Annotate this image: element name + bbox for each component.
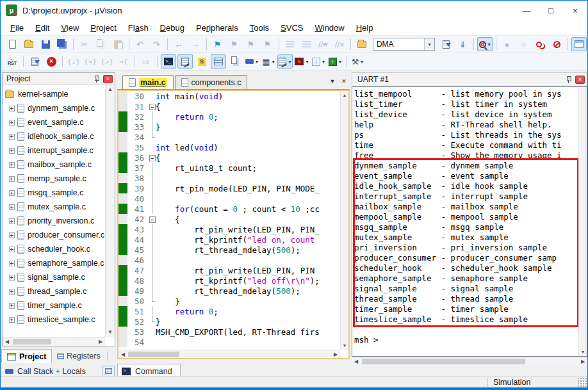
scroll-left-icon[interactable]: ◀ bbox=[352, 357, 361, 366]
fold-collapse-icon[interactable] bbox=[148, 101, 156, 111]
tree-item-scheduler-hook-c[interactable]: scheduler_hook.c bbox=[3, 242, 105, 256]
insert-bookmark-button[interactable]: ⚑ bbox=[210, 37, 225, 51]
chevron-down-icon[interactable]: ▾ bbox=[339, 59, 341, 65]
download-button[interactable]: ⇓ bbox=[455, 37, 470, 51]
pin-icon[interactable] bbox=[94, 75, 100, 83]
resize-grip[interactable] bbox=[578, 377, 587, 387]
fold-collapse-icon[interactable] bbox=[148, 214, 156, 224]
menu-project[interactable]: Project bbox=[85, 21, 122, 35]
trace-window-button[interactable]: ↓▾ bbox=[311, 54, 326, 69]
expand-plus-icon[interactable] bbox=[9, 289, 15, 295]
code-line-38[interactable]: 38 bbox=[118, 173, 340, 183]
expand-plus-icon[interactable] bbox=[9, 261, 15, 266]
find-in-files-button[interactable]: d▾ bbox=[477, 37, 493, 51]
kill-all-breakpoints-button[interactable] bbox=[549, 37, 564, 51]
menu-window[interactable]: Window bbox=[309, 21, 350, 35]
chevron-down-icon[interactable]: ▾ bbox=[361, 59, 363, 65]
tree-item-mutex-sample-c[interactable]: mutex_sample.c bbox=[3, 200, 105, 214]
tree-item-priority-inversion-c[interactable]: priority_inversion.c bbox=[3, 214, 105, 228]
next-bookmark-button[interactable]: ⚑ bbox=[243, 37, 259, 51]
new-file-button[interactable] bbox=[4, 37, 20, 51]
code-line-47[interactable]: 47 rt_pin_write(LED_PIN, PIN bbox=[118, 265, 340, 275]
analysis-window-button[interactable]: ≈▾ bbox=[294, 54, 309, 69]
tree-item-event-sample-c[interactable]: event_sample.c bbox=[3, 115, 105, 129]
undo-button[interactable]: ↶ bbox=[132, 37, 147, 51]
save-all-button[interactable] bbox=[54, 37, 70, 51]
code-line-33[interactable]: 33} bbox=[118, 122, 340, 132]
system-viewer-button[interactable]: ▾ bbox=[327, 54, 343, 69]
minimize-button[interactable]: — bbox=[514, 1, 539, 20]
clear-bookmarks-button[interactable]: ⚑ bbox=[260, 37, 275, 51]
expand-plus-icon[interactable] bbox=[9, 232, 15, 238]
show-next-statement-button[interactable]: ⇨ bbox=[138, 54, 154, 69]
redo-button[interactable]: ↷ bbox=[149, 37, 164, 51]
expand-plus-icon[interactable] bbox=[9, 190, 15, 196]
chevron-down-icon[interactable]: ▾ bbox=[272, 59, 275, 65]
chevron-down-icon[interactable]: ▾ bbox=[256, 59, 258, 65]
close-document-button[interactable]: ✕ bbox=[338, 73, 350, 89]
expand-plus-icon[interactable] bbox=[9, 218, 15, 224]
scroll-right-icon[interactable]: ▶ bbox=[96, 337, 105, 346]
menu-debug[interactable]: Debug bbox=[154, 21, 190, 35]
prev-bookmark-button[interactable]: ⚑ bbox=[227, 37, 242, 51]
menu-flash[interactable]: Flash bbox=[122, 21, 154, 35]
tree-item-mailbox-sample-c[interactable]: mailbox_sample.c bbox=[3, 158, 105, 172]
tree-item-thread-sample-c[interactable]: thread_sample.c bbox=[3, 284, 105, 298]
uncomment-button[interactable]: //× bbox=[332, 37, 347, 51]
expand-plus-icon[interactable] bbox=[9, 204, 15, 210]
scroll-down-icon[interactable]: ▼ bbox=[341, 341, 348, 350]
configure-target-button[interactable] bbox=[438, 37, 453, 51]
enable-disable-breakpoint-button[interactable]: ○ bbox=[516, 37, 531, 51]
expand-plus-icon[interactable] bbox=[9, 317, 15, 323]
tree-item-timeslice-sample-c[interactable]: timeslice_sample.c bbox=[3, 313, 105, 327]
outdent-button[interactable] bbox=[298, 37, 314, 51]
stop-button[interactable]: × bbox=[44, 54, 59, 69]
uart-horizontal-scrollbar[interactable]: ◀ ▶ bbox=[352, 357, 587, 366]
code-line-34[interactable]: 34 bbox=[118, 132, 340, 142]
tree-item-memp-sample-c[interactable]: memp_sample.c bbox=[3, 172, 105, 186]
code-line-50[interactable]: 50 } bbox=[118, 296, 340, 306]
tab-list-button[interactable]: ▼ bbox=[327, 73, 338, 89]
fold-collapse-icon[interactable] bbox=[148, 152, 156, 163]
memory-window-button[interactable]: ▦▾ bbox=[261, 54, 276, 69]
navigate-forward-button[interactable]: → bbox=[188, 37, 203, 51]
code-line-35[interactable]: 35int led(void) bbox=[118, 142, 340, 152]
expand-plus-icon[interactable] bbox=[9, 247, 15, 252]
scroll-right-icon[interactable]: ▶ bbox=[331, 350, 340, 358]
chevron-down-icon[interactable]: ▾ bbox=[322, 59, 325, 65]
code-line-42[interactable]: 42 { bbox=[118, 214, 340, 224]
watch-window-button[interactable]: ▾ bbox=[244, 54, 259, 69]
code-line-48[interactable]: 48 rt_kprintf("led off\r\n"); bbox=[118, 275, 340, 286]
close-icon[interactable]: × bbox=[575, 76, 585, 84]
code-line-32[interactable]: 32 return 0; bbox=[118, 111, 340, 122]
run-to-cursor-button[interactable]: →{ bbox=[116, 54, 131, 69]
toolbox-button[interactable]: ⚒▾ bbox=[350, 54, 365, 69]
call-stack-window-button[interactable] bbox=[227, 54, 243, 69]
chevron-down-icon[interactable]: ▾ bbox=[306, 59, 308, 65]
project-window-toggle-button[interactable] bbox=[571, 37, 587, 51]
code-line-30[interactable]: 30int main(void) bbox=[118, 91, 340, 101]
toggle-breakpoint-button[interactable]: ● bbox=[499, 37, 514, 51]
comment-button[interactable]: //≡ bbox=[315, 37, 331, 51]
code-line-46[interactable]: 46 bbox=[118, 255, 340, 265]
scrollbar-thumb[interactable] bbox=[362, 359, 525, 364]
menu-edit[interactable]: Edit bbox=[29, 21, 55, 35]
code-line-49[interactable]: 49 rt_thread_mdelay(500); bbox=[118, 286, 340, 296]
code-editor[interactable]: 30int main(void)31{32 return 0;33}3435in… bbox=[117, 90, 350, 359]
tree-item-timer-sample-c[interactable]: timer_sample.c bbox=[3, 298, 105, 313]
expand-plus-icon[interactable] bbox=[9, 148, 15, 154]
tab-registers[interactable]: Registers bbox=[52, 349, 105, 363]
run-button[interactable] bbox=[27, 54, 42, 69]
expand-plus-icon[interactable] bbox=[9, 303, 15, 309]
project-tree-horizontal-scrollbar[interactable]: ◀ ▶ bbox=[3, 337, 105, 346]
pin-icon[interactable] bbox=[566, 76, 572, 83]
menu-svcs[interactable]: SVCS bbox=[275, 21, 309, 35]
serial-window-button[interactable]: ▾ bbox=[277, 54, 293, 69]
code-line-51[interactable]: 51 return 0; bbox=[118, 306, 340, 316]
menu-tools[interactable]: Tools bbox=[244, 21, 275, 35]
uart-terminal[interactable]: list_mempool - list memory pool in sysli… bbox=[352, 86, 587, 357]
step-over-button[interactable]: {↷} bbox=[83, 54, 98, 69]
menu-file[interactable]: File bbox=[4, 21, 29, 35]
scroll-up-icon[interactable]: ▲ bbox=[341, 91, 348, 99]
chevron-down-icon[interactable]: ▾ bbox=[288, 59, 291, 65]
